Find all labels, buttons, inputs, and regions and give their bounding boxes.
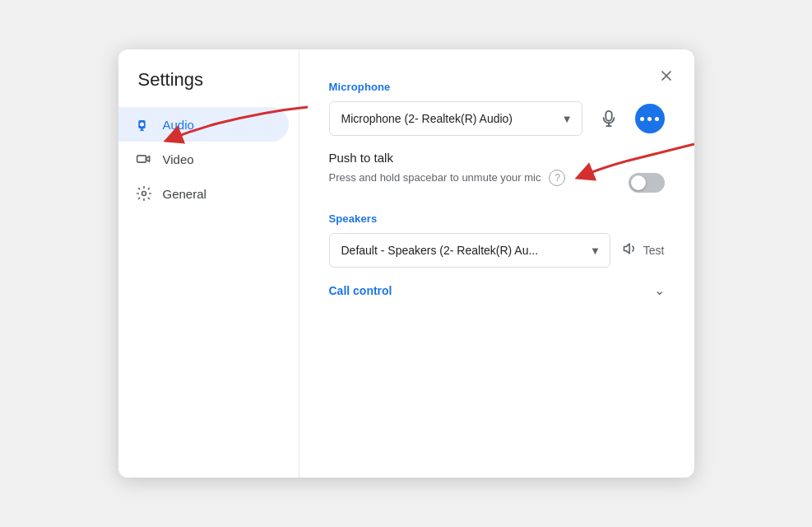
settings-dialog: Settings Audio Video [118,49,694,478]
close-button[interactable] [652,61,681,91]
sidebar-item-general[interactable]: General [118,176,289,211]
microphone-row: Microphone (2- Realtek(R) Audio) Default… [329,101,665,136]
test-label: Test [643,244,665,257]
dialog-title: Settings [118,69,299,107]
svg-rect-6 [606,111,611,121]
dot2 [647,117,652,121]
speakers-section: Speakers Default - Speakers (2- Realtek(… [329,212,665,268]
speakers-row: Default - Speakers (2- Realtek(R) Au... … [329,233,665,268]
microphone-select[interactable]: Microphone (2- Realtek(R) Audio) Default… [329,101,582,136]
sidebar-item-audio-label: Audio [163,118,194,132]
svg-point-5 [142,192,146,196]
sidebar-item-audio[interactable]: Audio [118,107,289,142]
volume-icon [622,240,638,261]
svg-rect-2 [140,128,142,130]
microphone-section-label: Microphone [329,81,665,93]
svg-rect-4 [137,156,146,162]
svg-point-1 [140,123,144,127]
speakers-section-label: Speakers [329,212,665,225]
push-to-talk-title: Push to talk [329,151,665,165]
more-options-button[interactable] [635,104,665,133]
chevron-down-icon: ⌄ [654,282,665,298]
push-to-talk-description: Press and hold spacebar to unmute your m… [329,170,541,186]
audio-icon [135,115,153,133]
push-to-talk-toggle[interactable] [629,173,665,193]
video-icon [135,150,153,168]
dot1 [640,117,644,121]
gear-icon [135,184,153,203]
help-icon[interactable]: ? [549,170,565,186]
sidebar-item-general-label: General [163,187,206,201]
push-to-talk-section: Push to talk Press and hold spacebar to … [329,151,665,193]
speakers-select-wrapper: Default - Speakers (2- Realtek(R) Au... … [329,233,610,268]
main-content: Microphone Microphone (2- Realtek(R) Aud… [299,49,694,478]
sidebar-item-video-label: Video [163,152,194,166]
microphone-icon-button[interactable] [594,104,624,133]
svg-rect-3 [140,130,144,131]
push-desc-row: Press and hold spacebar to unmute your m… [329,170,566,186]
dot3 [655,117,659,121]
call-control-row[interactable]: Call control ⌄ [329,282,665,298]
toggle-knob [631,175,646,190]
call-control-label: Call control [329,284,392,297]
test-speakers-button[interactable]: Test [622,240,665,261]
microphone-select-wrapper: Microphone (2- Realtek(R) Audio) Default… [329,101,582,136]
sidebar: Settings Audio Video [118,49,299,478]
speakers-select[interactable]: Default - Speakers (2- Realtek(R) Au... … [329,233,610,268]
sidebar-item-video[interactable]: Video [118,142,289,176]
